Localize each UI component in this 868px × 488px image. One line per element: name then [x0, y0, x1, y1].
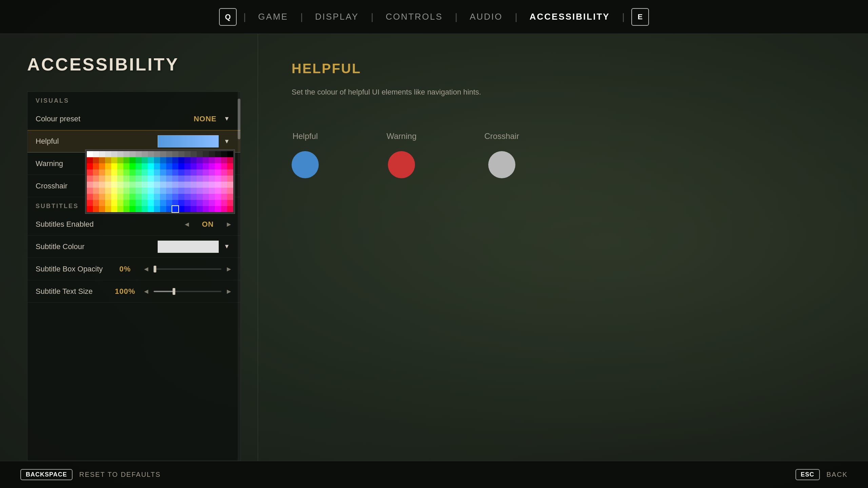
color-cell[interactable] [215, 182, 221, 188]
color-cell[interactable] [166, 163, 172, 169]
color-cell[interactable] [154, 151, 160, 157]
color-cell[interactable] [160, 194, 166, 200]
color-cell[interactable] [130, 194, 136, 200]
color-cell[interactable] [136, 163, 142, 169]
color-cell[interactable] [166, 200, 172, 206]
color-cell[interactable] [215, 163, 221, 169]
color-cell[interactable] [123, 200, 130, 206]
color-cell[interactable] [136, 151, 142, 157]
color-cell[interactable] [191, 188, 197, 194]
color-cell[interactable] [148, 163, 154, 169]
color-cell[interactable] [227, 182, 233, 188]
color-cell[interactable] [215, 151, 221, 157]
color-cell[interactable] [154, 200, 160, 206]
color-cell[interactable] [148, 182, 154, 188]
color-cell[interactable] [166, 206, 172, 212]
color-cell[interactable] [184, 169, 191, 176]
color-cell[interactable] [111, 182, 117, 188]
color-grid[interactable] [87, 151, 233, 212]
color-cell[interactable] [221, 169, 227, 176]
color-cell[interactable] [105, 151, 111, 157]
color-cell[interactable] [142, 169, 148, 176]
color-cell[interactable] [136, 194, 142, 200]
subtitles-enabled-control[interactable]: ◀ ON ▶ [183, 220, 232, 229]
color-cell[interactable] [136, 182, 142, 188]
color-cell[interactable] [209, 188, 215, 194]
color-cell[interactable] [221, 163, 227, 169]
setting-helpful[interactable]: Helpful ▼ [27, 130, 240, 152]
color-cell[interactable] [221, 206, 227, 212]
color-cell[interactable] [111, 206, 117, 212]
color-cell[interactable] [87, 176, 93, 182]
subtitles-enabled-prev[interactable]: ◀ [183, 221, 190, 227]
color-cell[interactable] [172, 194, 178, 200]
subtitle-box-opacity-thumb[interactable] [154, 266, 156, 272]
color-cell[interactable] [123, 176, 130, 182]
setting-subtitle-text-size[interactable]: Subtitle Text Size 100% ◀ ▶ [27, 280, 240, 303]
color-cell[interactable] [172, 206, 178, 212]
reset-defaults-label[interactable]: RESET TO DEFAULTS [79, 471, 161, 479]
color-cell[interactable] [197, 169, 203, 176]
color-cell[interactable] [117, 194, 123, 200]
setting-subtitle-box-opacity[interactable]: Subtitle Box Opacity 0% ◀ ▶ [27, 258, 240, 280]
color-cell[interactable] [142, 188, 148, 194]
nav-item-audio[interactable]: AUDIO [460, 12, 512, 22]
color-cell[interactable] [99, 176, 105, 182]
color-cell[interactable] [136, 176, 142, 182]
color-cell[interactable] [191, 163, 197, 169]
color-cell[interactable] [130, 169, 136, 176]
color-cell[interactable] [221, 151, 227, 157]
color-cell[interactable] [221, 194, 227, 200]
color-cell[interactable] [154, 169, 160, 176]
subtitle-box-opacity-next[interactable]: ▶ [225, 266, 232, 272]
color-cell[interactable] [136, 206, 142, 212]
color-cell[interactable] [203, 163, 209, 169]
color-cell[interactable] [117, 206, 123, 212]
color-cell[interactable] [172, 163, 178, 169]
color-cell[interactable] [136, 188, 142, 194]
color-cell[interactable] [117, 169, 123, 176]
color-cell[interactable] [93, 157, 99, 163]
color-cell[interactable] [93, 200, 99, 206]
color-cell[interactable] [203, 188, 209, 194]
color-cell[interactable] [172, 169, 178, 176]
color-cell[interactable] [184, 176, 191, 182]
color-cell[interactable] [221, 157, 227, 163]
color-cell[interactable] [166, 182, 172, 188]
color-cell[interactable] [215, 188, 221, 194]
color-cell[interactable] [111, 194, 117, 200]
setting-subtitles-enabled[interactable]: Subtitles Enabled ◀ ON ▶ [27, 213, 240, 236]
subtitle-text-size-control[interactable]: 100% ◀ ▶ [112, 287, 232, 296]
subtitle-colour-arrow[interactable]: ▼ [221, 241, 232, 252]
color-cell[interactable] [93, 151, 99, 157]
color-cell[interactable] [87, 163, 93, 169]
color-cell[interactable] [166, 151, 172, 157]
color-cell[interactable] [197, 157, 203, 163]
color-cell[interactable] [99, 182, 105, 188]
color-cell[interactable] [197, 200, 203, 206]
color-cell[interactable] [123, 206, 130, 212]
color-cell[interactable] [184, 194, 191, 200]
color-cell[interactable] [111, 200, 117, 206]
color-cell[interactable] [160, 176, 166, 182]
color-cell[interactable] [215, 206, 221, 212]
color-cell[interactable] [178, 200, 184, 206]
color-cell[interactable] [117, 200, 123, 206]
color-cell[interactable] [227, 176, 233, 182]
color-cell[interactable] [191, 157, 197, 163]
color-cell[interactable] [111, 151, 117, 157]
color-cell[interactable] [105, 163, 111, 169]
color-cell[interactable] [123, 157, 130, 163]
color-cell[interactable] [136, 200, 142, 206]
color-cell[interactable] [184, 206, 191, 212]
color-cell[interactable] [166, 169, 172, 176]
color-cell[interactable] [142, 176, 148, 182]
color-cell[interactable] [123, 163, 130, 169]
color-cell[interactable] [227, 188, 233, 194]
helpful-dropdown-arrow[interactable]: ▼ [221, 136, 232, 147]
subtitle-text-size-next[interactable]: ▶ [225, 288, 232, 294]
color-cell[interactable] [160, 169, 166, 176]
color-cell[interactable] [197, 151, 203, 157]
color-cell[interactable] [191, 151, 197, 157]
color-cell[interactable] [130, 200, 136, 206]
